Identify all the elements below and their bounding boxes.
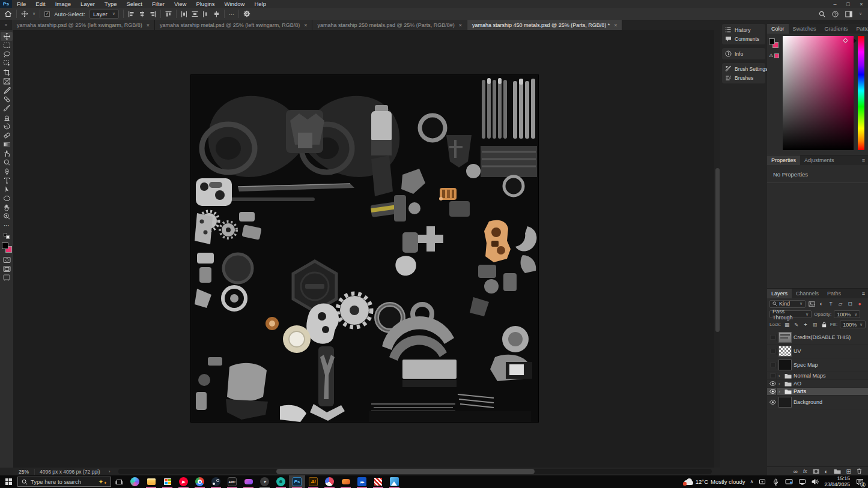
tab-close-icon[interactable]: × <box>459 22 462 28</box>
fill-value[interactable]: 100%∨ <box>840 321 866 328</box>
lock-paint-icon[interactable]: ✎ <box>793 322 800 328</box>
link-layers-icon[interactable]: ∞ <box>794 468 798 475</box>
visibility-toggle-on[interactable] <box>769 399 777 406</box>
smudge-tool[interactable] <box>1 149 13 158</box>
add-layer-mask-icon[interactable] <box>813 469 819 474</box>
quick-mask-icon[interactable] <box>1 255 13 264</box>
document-tab-2[interactable]: yamaha starship metal.psd @ 25% (left sw… <box>155 20 313 30</box>
taskbar-app-photos[interactable] <box>386 475 402 488</box>
type-tool[interactable] <box>1 176 13 185</box>
taskbar-app-copilot[interactable] <box>127 475 143 488</box>
taskbar-app-microsoft-store[interactable] <box>159 475 175 488</box>
gradient-tool[interactable] <box>1 140 13 149</box>
tab-overflow-icon[interactable]: » <box>0 20 12 30</box>
move-tool-icon[interactable] <box>21 10 28 17</box>
help-icon[interactable] <box>832 11 839 17</box>
layer-row-spec-map[interactable]: Spec Map <box>767 358 868 372</box>
foreground-color-swatch[interactable] <box>2 242 8 249</box>
taskbar-app-youtube-music[interactable]: ▶ <box>175 475 192 488</box>
info-panel-button[interactable]: Info <box>722 49 765 58</box>
layer-filter-dropdown[interactable]: Kind ∨ <box>769 300 806 308</box>
menu-layer[interactable]: Layer <box>76 1 100 7</box>
menu-help[interactable]: Help <box>249 1 271 7</box>
menu-filter[interactable]: Filter <box>147 1 169 7</box>
taskbar-app-red-stripes[interactable] <box>370 475 386 488</box>
tab-swatches[interactable]: Swatches <box>789 24 821 34</box>
clone-stamp-tool[interactable] <box>1 113 13 122</box>
tab-close-icon[interactable]: × <box>304 22 307 28</box>
taskbar-app-vortex[interactable]: ▾ <box>256 475 273 488</box>
history-panel-button[interactable]: History <box>722 25 765 34</box>
visibility-toggle-on[interactable] <box>769 388 777 395</box>
foreground-color-swatch[interactable] <box>769 38 775 44</box>
network-display-icon[interactable] <box>798 478 806 485</box>
new-group-icon[interactable] <box>834 469 841 474</box>
taskbar-app-teal[interactable] <box>273 475 289 488</box>
align-distribute-more-icon[interactable] <box>213 11 220 17</box>
more-options-icon[interactable]: ⋯ <box>229 11 235 17</box>
menu-edit[interactable]: Edit <box>31 1 50 7</box>
filter-smart-object-icon[interactable]: ⊡ <box>846 301 854 307</box>
blend-mode-select[interactable]: Pass Through∨ <box>769 310 812 318</box>
hue-slider-pointer[interactable] <box>854 38 857 43</box>
layer-thumbnail[interactable] <box>778 332 792 343</box>
layer-row-parts-selected[interactable]: › Parts <box>767 388 868 396</box>
group-expand-chevron[interactable]: › <box>778 381 783 387</box>
eyedropper-tool[interactable] <box>1 86 13 95</box>
distribute-horizontal-icon[interactable] <box>181 11 187 17</box>
layer-row-uv[interactable]: UV <box>767 345 868 358</box>
edit-toolbar-ellipsis-icon[interactable]: ⋯ <box>1 221 13 230</box>
rectangular-marquee-tool[interactable] <box>1 41 13 50</box>
document-tab-1[interactable]: yamaha starship.psd @ 25% (left swingarm… <box>12 20 155 30</box>
workspace-switcher-chevron[interactable]: ∨ <box>859 11 862 16</box>
visibility-toggle[interactable] <box>769 334 777 341</box>
align-center-horizontal-icon[interactable] <box>139 11 145 17</box>
document-tab-3[interactable]: yamaha starship 250 metals.psd @ 25% (Pa… <box>312 20 467 30</box>
gamut-color-chip[interactable] <box>774 53 779 58</box>
delete-layer-icon[interactable] <box>857 468 862 474</box>
align-left-icon[interactable] <box>128 11 135 17</box>
tab-layers[interactable]: Layers <box>767 289 792 298</box>
panel-menu-icon[interactable]: ≡ <box>862 155 868 165</box>
taskbar-app-medal[interactable]: ▶▶ <box>354 475 370 488</box>
tab-close-icon[interactable]: × <box>147 22 150 28</box>
color-cursor[interactable] <box>843 38 848 43</box>
filter-pixel-layers-icon[interactable] <box>808 301 815 307</box>
status-options-chevron[interactable]: › <box>105 469 111 474</box>
new-adjustment-layer-icon[interactable]: ◐ <box>825 468 828 475</box>
frame-tool[interactable] <box>1 77 13 86</box>
taskbar-app-photoshop[interactable]: Ps <box>289 475 305 488</box>
zoom-tool[interactable] <box>1 212 13 221</box>
tab-color[interactable]: Color <box>767 24 789 34</box>
search-icon[interactable] <box>819 11 825 17</box>
layer-style-fx-icon[interactable]: fx <box>803 468 807 474</box>
zoom-level-value[interactable]: 25% <box>13 469 34 475</box>
home-icon[interactable] <box>4 10 12 17</box>
taskbar-clock[interactable]: 15:15 23/04/2025 <box>824 476 850 488</box>
workspace-settings-gear-icon[interactable] <box>243 10 250 17</box>
layer-row-background[interactable]: Background <box>767 396 868 409</box>
cast-display-icon[interactable] <box>785 478 793 485</box>
dodge-tool[interactable] <box>1 158 13 167</box>
panel-menu-icon[interactable]: ≡ <box>862 289 868 298</box>
menu-image[interactable]: Image <box>50 1 76 7</box>
menu-type[interactable]: Type <box>100 1 122 7</box>
taskbar-app-chrome[interactable] <box>192 475 208 488</box>
tab-gradients[interactable]: Gradients <box>821 24 852 34</box>
taskbar-app-steam[interactable] <box>208 475 224 488</box>
foreground-background-swatches[interactable] <box>2 242 12 253</box>
menu-file[interactable]: File <box>12 1 31 7</box>
document-tab-4-active[interactable]: yamaha starship 450 metals.psd @ 25% (Pa… <box>467 20 623 30</box>
layer-row-credits[interactable]: Credits(DISABLE THIS) <box>767 331 868 345</box>
menu-plugins[interactable]: Plugins <box>191 1 219 7</box>
minimize-button[interactable]: – <box>828 1 842 7</box>
edit-in-app-icon[interactable] <box>1 273 13 282</box>
object-selection-tool[interactable] <box>1 59 13 68</box>
volume-icon[interactable] <box>811 478 819 485</box>
start-button[interactable] <box>0 475 17 488</box>
weather-widget[interactable]: 12°C Mostly cloudy <box>684 478 745 485</box>
tab-close-icon[interactable]: × <box>614 22 617 28</box>
history-brush-tool[interactable] <box>1 122 13 131</box>
saturation-brightness-field[interactable] <box>783 36 854 150</box>
taskbar-search-input[interactable]: Type here to search ✦✦ <box>17 477 111 487</box>
